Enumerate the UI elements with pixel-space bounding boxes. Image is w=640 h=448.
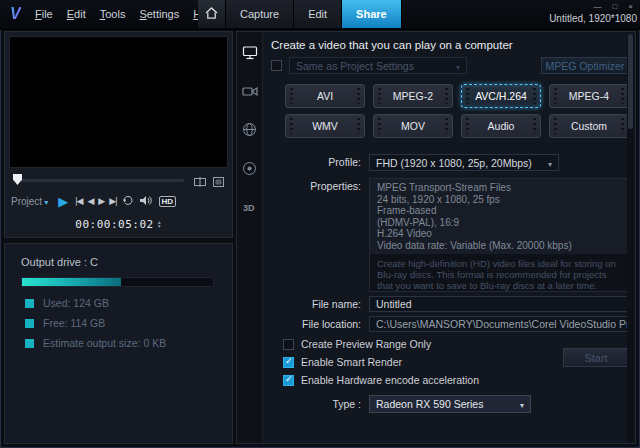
used-swatch-icon	[25, 299, 34, 308]
file-name-input[interactable]: Untitled	[369, 296, 631, 312]
preview-panel: Project HD 00:00:05:02	[4, 31, 233, 238]
chevron-down-icon	[548, 157, 552, 169]
hardware-encode-label: Enable Hardware encode acceleration	[301, 374, 479, 386]
start-button[interactable]: Start	[563, 348, 629, 367]
file-name-label: File name:	[263, 298, 361, 310]
preview-range-checkbox[interactable]	[283, 339, 294, 350]
file-name-value: Untitled	[376, 298, 412, 310]
share-scrollbar[interactable]	[627, 33, 634, 442]
home-button[interactable]	[198, 0, 226, 28]
play-button[interactable]	[58, 194, 68, 209]
seek-bar[interactable]	[13, 179, 184, 182]
encoder-type-value: Radeon RX 590 Series	[376, 398, 483, 410]
same-as-project-checkbox[interactable]	[271, 60, 282, 71]
window-controls: — □ ×	[593, 1, 637, 11]
split-clip-icon[interactable]	[194, 173, 206, 191]
properties-line: Frame-based	[377, 205, 623, 217]
smart-render-label: Enable Smart Render	[301, 356, 402, 368]
same-as-project-label: Same as Project Settings	[296, 60, 414, 72]
tab-edit[interactable]: Edit	[294, 0, 342, 28]
go-to-end-button[interactable]	[109, 196, 116, 206]
encoder-type-select[interactable]: Radeon RX 590 Series	[369, 395, 531, 413]
profile-value: FHD (1920 x 1080, 25p, 20Mbps)	[376, 157, 532, 169]
type-label: Type :	[263, 398, 361, 410]
format-mpeg2-button[interactable]: MPEG-2	[373, 84, 453, 108]
estimate-swatch-icon	[25, 339, 34, 348]
format-avc-h264-button[interactable]: AVC/H.264	[461, 84, 541, 108]
computer-share-icon[interactable]	[242, 45, 258, 64]
menu-edit[interactable]: Edit	[60, 5, 93, 23]
previous-frame-button[interactable]	[87, 196, 93, 206]
format-mov-button[interactable]: MOV	[373, 114, 453, 138]
legend-free: Free: 114 GB	[25, 317, 232, 329]
properties-line: MPEG Transport-Stream Files	[377, 182, 623, 194]
minimize-button[interactable]: —	[593, 2, 601, 11]
hardware-encode-checkbox[interactable]	[283, 375, 294, 386]
svg-text:3D: 3D	[243, 203, 255, 213]
format-grid: AVI MPEG-2 AVC/H.264 MPEG-4 WMV MOV Audi…	[285, 84, 629, 138]
home-icon	[205, 5, 218, 23]
chevron-down-icon	[520, 398, 524, 410]
close-button[interactable]: ×	[628, 2, 633, 11]
playback-mode-selector[interactable]: Project	[11, 196, 48, 207]
title-bar: V File Edit Tools Settings Help Capture …	[0, 0, 640, 30]
disc-share-icon[interactable]	[242, 161, 257, 180]
playhead-marker[interactable]	[13, 174, 22, 185]
drive-usage-bar	[21, 277, 214, 287]
3d-movie-share-icon[interactable]: 3D	[242, 200, 258, 218]
mpeg-optimizer-button: MPEG Optimizer	[541, 57, 629, 74]
preview-range-option: Create Preview Range Only	[283, 338, 431, 350]
share-target-nav: 3D	[237, 32, 263, 443]
same-as-project-select: Same as Project Settings	[289, 57, 467, 74]
properties-list: MPEG Transport-Stream Files 24 bits, 192…	[370, 179, 630, 254]
chevron-down-icon	[456, 60, 460, 72]
properties-line: Video data rate: Variable (Max. 20000 kb…	[377, 240, 623, 252]
smart-render-checkbox[interactable]	[283, 357, 294, 368]
file-location-input[interactable]: C:\Users\MANSORY\Documents\Corel VideoSt…	[369, 316, 631, 332]
project-label: Project	[11, 196, 42, 207]
drive-usage-fill	[22, 278, 121, 286]
format-avi-button[interactable]: AVI	[285, 84, 365, 108]
output-drive-panel: Output drive : C Used: 124 GB Free: 114 …	[4, 243, 233, 444]
repeat-icon[interactable]	[122, 195, 134, 208]
timecode-display[interactable]: 00:00:05:02	[75, 218, 153, 231]
web-share-icon[interactable]	[242, 122, 257, 141]
format-audio-button[interactable]: Audio	[461, 114, 541, 138]
volume-icon[interactable]	[139, 195, 152, 208]
file-location-label: File location:	[263, 318, 361, 330]
properties-box: MPEG Transport-Stream Files 24 bits, 192…	[369, 178, 631, 292]
mobile-device-share-icon[interactable]	[242, 84, 258, 102]
hardware-encode-option: Enable Hardware encode acceleration	[283, 374, 479, 386]
profile-select[interactable]: FHD (1920 x 1080, 25p, 20Mbps)	[369, 154, 559, 171]
menu-tools[interactable]: Tools	[93, 5, 133, 23]
document-title: Untitled, 1920*1080	[549, 11, 637, 24]
file-location-value: C:\Users\MANSORY\Documents\Corel VideoSt…	[376, 318, 631, 330]
format-wmv-button[interactable]: WMV	[285, 114, 365, 138]
workspace-tabs: Capture Edit Share	[198, 0, 402, 28]
properties-line: (HDMV-PAL), 16:9	[377, 217, 623, 229]
estimate-label: Estimate output size: 0 KB	[43, 337, 166, 349]
profile-label: Profile:	[263, 156, 361, 168]
go-to-start-button[interactable]	[75, 196, 82, 206]
smart-render-option: Enable Smart Render	[283, 356, 402, 368]
timecode-spinner[interactable]	[157, 220, 162, 228]
tab-capture[interactable]: Capture	[226, 0, 294, 28]
next-frame-button[interactable]	[98, 196, 104, 206]
format-mpeg4-button[interactable]: MPEG-4	[549, 84, 629, 108]
format-custom-button[interactable]: Custom	[549, 114, 629, 138]
playback-controls: Project HD	[5, 188, 232, 214]
properties-label: Properties:	[263, 180, 361, 192]
free-swatch-icon	[25, 319, 34, 328]
menu-file[interactable]: File	[28, 5, 60, 23]
free-label: Free: 114 GB	[43, 317, 105, 329]
scrollbar-thumb[interactable]	[628, 34, 633, 129]
tab-share[interactable]: Share	[342, 0, 402, 28]
menu-settings[interactable]: Settings	[132, 5, 186, 23]
timecode-row: 00:00:05:02	[5, 214, 232, 234]
share-panel: 3D Create a video that you can play on a…	[236, 31, 636, 444]
hd-quality-toggle[interactable]: HD	[159, 196, 177, 207]
maximize-button[interactable]: □	[612, 2, 617, 11]
format-description: Create high-definition (HD) video files …	[370, 254, 630, 292]
title-right-cluster: — □ × Untitled, 1920*1080	[549, 1, 637, 24]
enlarge-preview-icon[interactable]	[213, 173, 224, 191]
